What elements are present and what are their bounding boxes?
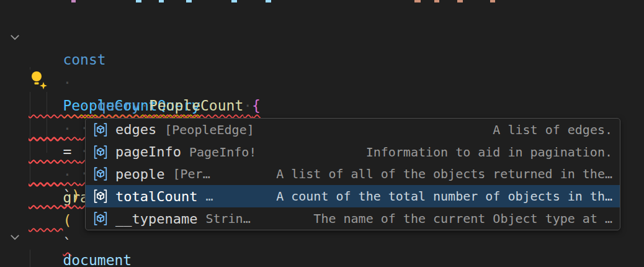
- code-line-2[interactable]: ··query·PeopleCount·{: [29, 48, 261, 71]
- suggest-item-label: __typename: [115, 211, 197, 227]
- token-bracket: {: [252, 97, 261, 114]
- whitespace-dot: ·: [243, 97, 252, 114]
- clipped-text-fragment: [186, 0, 192, 2]
- token-bracket: ): [71, 188, 80, 204]
- suggest-item-type: [PeopleEdge]: [164, 122, 254, 137]
- code-line-3[interactable]: ····allPeople·{: [29, 71, 209, 94]
- suggest-item-label: pageInfo: [115, 144, 181, 160]
- suggest-item-type: PageInfo!: [189, 145, 256, 160]
- symbol-field-icon: [91, 211, 110, 226]
- fold-chevron-icon[interactable]: [9, 231, 21, 243]
- symbol-field-icon: [91, 145, 110, 160]
- clipped-text-fragment: [71, 0, 76, 2]
- suggest-item-type: …: [205, 189, 213, 204]
- suggest-item-label: people: [115, 166, 164, 182]
- code-line-1[interactable]: const · PeopleCountQuery · = · graphql (…: [29, 25, 200, 48]
- clipped-text-fragment: [266, 0, 271, 2]
- suggest-item-edges[interactable]: edges [PeopleEdge] A list of edges.: [86, 119, 620, 141]
- suggest-item-label: edges: [115, 122, 156, 137]
- suggest-item-detail: The name of the current Object type at …: [313, 211, 612, 226]
- suggest-item-totalcount-selected[interactable]: totalCount … A count of the total number…: [86, 185, 620, 207]
- code-line-7[interactable]: `): [29, 161, 80, 184]
- lightbulb-sparkle-icon[interactable]: [29, 70, 51, 92]
- fold-chevron-icon[interactable]: [9, 31, 21, 43]
- code-line-9[interactable]: ··<div>: [29, 248, 123, 267]
- clipped-text-fragment: [231, 0, 237, 2]
- suggest-item-detail: A list of edges.: [493, 122, 612, 137]
- clipped-text-fragment: [457, 0, 463, 2]
- suggest-item-typename[interactable]: __typename Strin… The name of the curren…: [86, 207, 620, 230]
- clipped-text-fragment: [490, 0, 495, 2]
- suggest-item-detail: A count of the total number of objects i…: [276, 189, 612, 204]
- symbol-field-icon: [91, 166, 110, 181]
- clipped-text-fragment: [434, 0, 439, 2]
- clipped-text-fragment: [414, 0, 421, 2]
- symbol-field-icon: [91, 189, 110, 204]
- token-backtick: `: [63, 188, 71, 204]
- suggest-item-label: totalCount: [115, 189, 197, 204]
- suggest-item-pageinfo[interactable]: pageInfo PageInfo! Information to aid in…: [86, 141, 620, 163]
- suggest-item-type: [Per…: [172, 166, 210, 181]
- clipped-text-fragment: [136, 0, 141, 2]
- suggest-item-people[interactable]: people [Per… A list of all of the object…: [86, 163, 620, 186]
- suggest-item-type: Strin…: [205, 211, 250, 226]
- symbol-field-icon: [91, 122, 110, 137]
- code-line-4[interactable]: ······totalCount: [29, 94, 218, 117]
- suggest-widget: edges [PeopleEdge] A list of edges. page…: [85, 118, 620, 230]
- suggest-item-detail: Information to aid in pagination.: [366, 145, 612, 160]
- suggest-item-detail: A list of all of the objects returned in…: [276, 166, 612, 181]
- code-editor: const · PeopleCountQuery · = · graphql (…: [0, 0, 644, 267]
- clipped-text-fragment: [159, 0, 164, 2]
